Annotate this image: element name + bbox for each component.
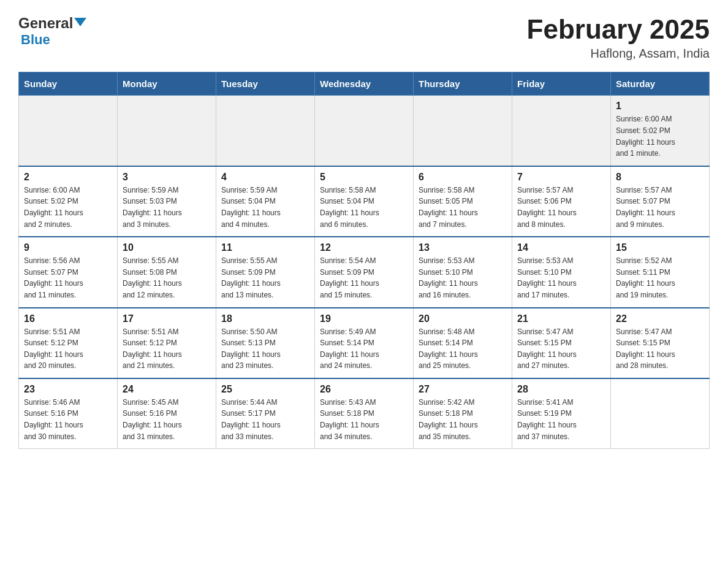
day-info: Sunrise: 5:45 AMSunset: 5:16 PMDaylight:… xyxy=(123,397,211,442)
weekday-header-thursday: Thursday xyxy=(414,72,512,96)
day-number: 8 xyxy=(616,172,704,183)
page-header: General Blue February 2025 Haflong, Assa… xyxy=(18,15,710,61)
day-number: 13 xyxy=(419,242,507,253)
calendar-cell: 13Sunrise: 5:53 AMSunset: 5:10 PMDayligh… xyxy=(414,237,512,307)
day-number: 25 xyxy=(221,384,309,395)
calendar-cell: 7Sunrise: 5:57 AMSunset: 5:06 PMDaylight… xyxy=(512,166,611,237)
day-number: 26 xyxy=(320,384,408,395)
calendar-cell: 1Sunrise: 6:00 AMSunset: 5:02 PMDaylight… xyxy=(611,96,710,166)
day-info: Sunrise: 5:51 AMSunset: 5:12 PMDaylight:… xyxy=(24,326,112,372)
day-number: 1 xyxy=(616,101,704,112)
calendar-cell: 27Sunrise: 5:42 AMSunset: 5:18 PMDayligh… xyxy=(414,378,512,449)
calendar-cell: 6Sunrise: 5:58 AMSunset: 5:05 PMDaylight… xyxy=(414,166,512,237)
weekday-header-saturday: Saturday xyxy=(611,72,710,96)
day-info: Sunrise: 6:00 AMSunset: 5:02 PMDaylight:… xyxy=(616,113,704,159)
calendar-cell: 20Sunrise: 5:48 AMSunset: 5:14 PMDayligh… xyxy=(414,308,512,378)
calendar-week-2: 2Sunrise: 6:00 AMSunset: 5:02 PMDaylight… xyxy=(19,166,710,237)
day-info: Sunrise: 5:51 AMSunset: 5:12 PMDaylight:… xyxy=(123,326,211,372)
day-number: 4 xyxy=(221,172,309,183)
day-info: Sunrise: 5:59 AMSunset: 5:04 PMDaylight:… xyxy=(221,185,309,230)
day-info: Sunrise: 5:50 AMSunset: 5:13 PMDaylight:… xyxy=(221,326,309,372)
day-number: 2 xyxy=(24,172,112,183)
calendar-week-1: 1Sunrise: 6:00 AMSunset: 5:02 PMDaylight… xyxy=(19,96,710,166)
day-info: Sunrise: 5:44 AMSunset: 5:17 PMDaylight:… xyxy=(221,397,309,442)
day-number: 12 xyxy=(320,242,408,253)
day-info: Sunrise: 5:49 AMSunset: 5:14 PMDaylight:… xyxy=(320,326,408,372)
day-info: Sunrise: 5:53 AMSunset: 5:10 PMDaylight:… xyxy=(517,255,605,301)
day-info: Sunrise: 5:52 AMSunset: 5:11 PMDaylight:… xyxy=(616,255,704,301)
calendar-cell: 3Sunrise: 5:59 AMSunset: 5:03 PMDaylight… xyxy=(118,166,216,237)
calendar-cell: 19Sunrise: 5:49 AMSunset: 5:14 PMDayligh… xyxy=(315,308,414,378)
day-info: Sunrise: 5:47 AMSunset: 5:15 PMDaylight:… xyxy=(517,326,605,372)
day-info: Sunrise: 5:55 AMSunset: 5:09 PMDaylight:… xyxy=(221,255,309,301)
month-title: February 2025 xyxy=(527,15,710,44)
day-info: Sunrise: 5:55 AMSunset: 5:08 PMDaylight:… xyxy=(123,255,211,301)
calendar-cell xyxy=(512,96,611,166)
calendar-cell: 4Sunrise: 5:59 AMSunset: 5:04 PMDaylight… xyxy=(216,166,315,237)
calendar-cell: 18Sunrise: 5:50 AMSunset: 5:13 PMDayligh… xyxy=(216,308,315,378)
calendar-cell: 23Sunrise: 5:46 AMSunset: 5:16 PMDayligh… xyxy=(19,378,118,449)
calendar-cell: 14Sunrise: 5:53 AMSunset: 5:10 PMDayligh… xyxy=(512,237,611,307)
logo: General Blue xyxy=(18,15,86,48)
calendar-week-3: 9Sunrise: 5:56 AMSunset: 5:07 PMDaylight… xyxy=(19,237,710,307)
weekday-header-wednesday: Wednesday xyxy=(315,72,414,96)
day-info: Sunrise: 5:58 AMSunset: 5:04 PMDaylight:… xyxy=(320,185,408,230)
day-number: 10 xyxy=(123,242,211,253)
day-info: Sunrise: 5:53 AMSunset: 5:10 PMDaylight:… xyxy=(419,255,507,301)
day-info: Sunrise: 5:47 AMSunset: 5:15 PMDaylight:… xyxy=(616,326,704,372)
calendar-cell: 17Sunrise: 5:51 AMSunset: 5:12 PMDayligh… xyxy=(118,308,216,378)
day-number: 3 xyxy=(123,172,211,183)
calendar-cell: 12Sunrise: 5:54 AMSunset: 5:09 PMDayligh… xyxy=(315,237,414,307)
day-info: Sunrise: 5:57 AMSunset: 5:07 PMDaylight:… xyxy=(616,185,704,230)
day-number: 17 xyxy=(123,313,211,324)
calendar-cell: 21Sunrise: 5:47 AMSunset: 5:15 PMDayligh… xyxy=(512,308,611,378)
day-info: Sunrise: 5:56 AMSunset: 5:07 PMDaylight:… xyxy=(24,255,112,301)
day-number: 22 xyxy=(616,313,704,324)
day-info: Sunrise: 5:58 AMSunset: 5:05 PMDaylight:… xyxy=(419,185,507,230)
title-section: February 2025 Haflong, Assam, India xyxy=(527,15,710,61)
day-info: Sunrise: 5:41 AMSunset: 5:19 PMDaylight:… xyxy=(517,397,605,442)
calendar-table: SundayMondayTuesdayWednesdayThursdayFrid… xyxy=(18,72,710,449)
calendar-header-row: SundayMondayTuesdayWednesdayThursdayFrid… xyxy=(19,72,710,96)
calendar-cell xyxy=(414,96,512,166)
day-number: 24 xyxy=(123,384,211,395)
day-info: Sunrise: 6:00 AMSunset: 5:02 PMDaylight:… xyxy=(24,185,112,230)
day-info: Sunrise: 5:42 AMSunset: 5:18 PMDaylight:… xyxy=(419,397,507,442)
calendar-cell xyxy=(118,96,216,166)
calendar-cell: 24Sunrise: 5:45 AMSunset: 5:16 PMDayligh… xyxy=(118,378,216,449)
calendar-cell: 2Sunrise: 6:00 AMSunset: 5:02 PMDaylight… xyxy=(19,166,118,237)
calendar-cell: 8Sunrise: 5:57 AMSunset: 5:07 PMDaylight… xyxy=(611,166,710,237)
calendar-cell: 16Sunrise: 5:51 AMSunset: 5:12 PMDayligh… xyxy=(19,308,118,378)
calendar-cell xyxy=(315,96,414,166)
day-info: Sunrise: 5:59 AMSunset: 5:03 PMDaylight:… xyxy=(123,185,211,230)
weekday-header-tuesday: Tuesday xyxy=(216,72,315,96)
location-title: Haflong, Assam, India xyxy=(527,47,710,61)
calendar-cell: 28Sunrise: 5:41 AMSunset: 5:19 PMDayligh… xyxy=(512,378,611,449)
calendar-cell: 11Sunrise: 5:55 AMSunset: 5:09 PMDayligh… xyxy=(216,237,315,307)
day-number: 23 xyxy=(24,384,112,395)
day-number: 20 xyxy=(419,313,507,324)
day-number: 16 xyxy=(24,313,112,324)
calendar-week-5: 23Sunrise: 5:46 AMSunset: 5:16 PMDayligh… xyxy=(19,378,710,449)
day-number: 19 xyxy=(320,313,408,324)
day-info: Sunrise: 5:43 AMSunset: 5:18 PMDaylight:… xyxy=(320,397,408,442)
calendar-cell xyxy=(216,96,315,166)
day-number: 5 xyxy=(320,172,408,183)
day-number: 11 xyxy=(221,242,309,253)
weekday-header-friday: Friday xyxy=(512,72,611,96)
day-info: Sunrise: 5:46 AMSunset: 5:16 PMDaylight:… xyxy=(24,397,112,442)
calendar-cell: 25Sunrise: 5:44 AMSunset: 5:17 PMDayligh… xyxy=(216,378,315,449)
logo-general-text: General xyxy=(18,15,73,32)
day-number: 9 xyxy=(24,242,112,253)
day-number: 6 xyxy=(419,172,507,183)
calendar-cell: 26Sunrise: 5:43 AMSunset: 5:18 PMDayligh… xyxy=(315,378,414,449)
calendar-week-4: 16Sunrise: 5:51 AMSunset: 5:12 PMDayligh… xyxy=(19,308,710,378)
day-number: 21 xyxy=(517,313,605,324)
calendar-cell: 5Sunrise: 5:58 AMSunset: 5:04 PMDaylight… xyxy=(315,166,414,237)
day-number: 28 xyxy=(517,384,605,395)
day-number: 15 xyxy=(616,242,704,253)
day-number: 7 xyxy=(517,172,605,183)
day-info: Sunrise: 5:54 AMSunset: 5:09 PMDaylight:… xyxy=(320,255,408,301)
day-number: 18 xyxy=(221,313,309,324)
weekday-header-monday: Monday xyxy=(118,72,216,96)
